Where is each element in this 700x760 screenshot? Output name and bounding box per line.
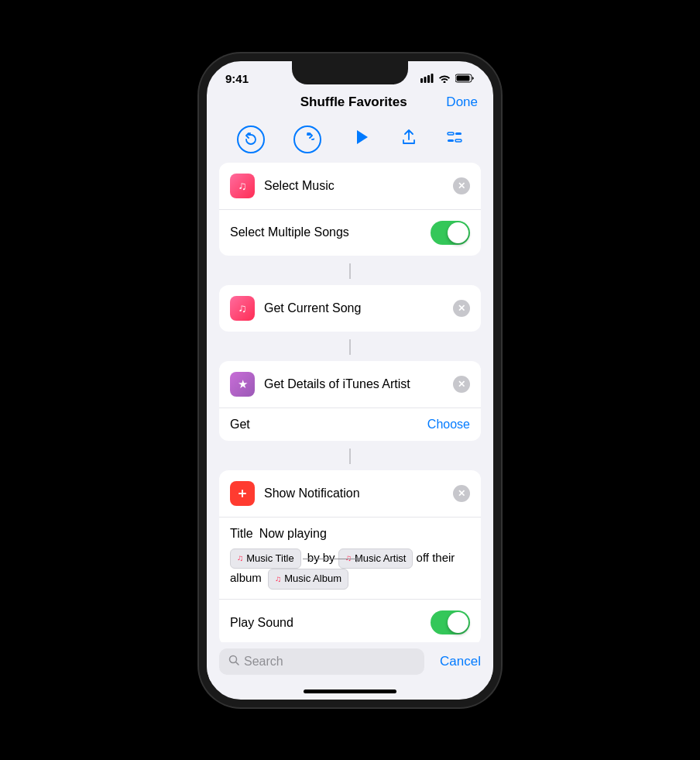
svg-rect-9 (448, 139, 454, 142)
music-album-token-icon: ♫ (275, 573, 281, 586)
nav-bar: Shuffle Favorites Done (207, 88, 493, 119)
music-title-token-label: Music Title (246, 551, 293, 567)
undo-button[interactable] (237, 126, 265, 153)
off-their-text: off their (417, 551, 455, 564)
get-label: Get (230, 418, 427, 432)
status-time: 9:41 (225, 72, 249, 85)
title-label: Title (230, 527, 253, 541)
music-album-token-label: Music Album (284, 571, 341, 587)
music-title-token-icon: ♫ (237, 552, 243, 566)
divider-1 (349, 263, 351, 279)
get-itunes-artist-row: ★ Get Details of iTunes Artist ✕ (219, 361, 481, 408)
toolbar (207, 119, 493, 163)
get-itunes-artist-icon: ★ (230, 372, 255, 397)
get-current-song-card: ♫ Get Current Song ✕ (219, 285, 481, 332)
svg-rect-7 (448, 132, 454, 135)
get-current-song-close[interactable]: ✕ (453, 300, 470, 317)
get-choose-row: Get Choose (219, 408, 481, 441)
select-music-icon: ♫ (230, 174, 255, 198)
content-area: ♫ Select Music ✕ Select Multiple Songs ♫… (207, 163, 493, 677)
get-current-song-row: ♫ Get Current Song ✕ (219, 285, 481, 332)
by-text: by (307, 551, 320, 564)
select-multiple-toggle[interactable] (431, 221, 470, 245)
play-sound-row: Play Sound (219, 599, 481, 645)
select-multiple-label: Select Multiple Songs (230, 225, 431, 239)
music-title-token[interactable]: ♫ Music Title (230, 549, 301, 569)
play-sound-toggle[interactable] (431, 610, 470, 634)
get-itunes-artist-card: ★ Get Details of iTunes Artist ✕ Get Cho… (219, 361, 481, 441)
svg-rect-5 (457, 75, 470, 81)
notification-body: Title Now playing ♫ Music Title byby ♫ (219, 518, 481, 600)
get-current-song-icon: ♫ (230, 296, 255, 321)
svg-rect-8 (455, 132, 462, 135)
divider-2 (349, 339, 351, 355)
select-music-row: ♫ Select Music ✕ (219, 163, 481, 209)
svg-rect-10 (455, 139, 462, 142)
show-notification-close[interactable]: ✕ (453, 485, 470, 502)
play-sound-label: Play Sound (230, 616, 431, 630)
show-notification-label: Show Notification (264, 487, 453, 500)
search-placeholder: Search (244, 655, 415, 669)
tooltip-arrow (303, 559, 361, 559)
title-row: Title Now playing (230, 527, 470, 541)
svg-rect-2 (427, 75, 430, 83)
svg-rect-13 (242, 490, 243, 497)
show-notification-icon (230, 481, 255, 506)
signal-icon (420, 72, 434, 85)
play-sound-toggle-thumb (448, 612, 468, 633)
search-bar[interactable]: Search (219, 648, 424, 675)
select-multiple-row: Select Multiple Songs (219, 209, 481, 256)
toggle-thumb (448, 222, 468, 243)
album-text-label: album (230, 572, 262, 585)
notch (292, 61, 408, 84)
get-itunes-artist-close[interactable]: ✕ (453, 376, 470, 393)
music-album-token[interactable]: ♫ Music Album (268, 569, 348, 590)
select-music-close[interactable]: ✕ (453, 177, 470, 194)
search-bar-container: Search Cancel (207, 642, 493, 681)
done-button[interactable]: Done (446, 95, 478, 110)
search-row: Search Cancel (219, 648, 481, 675)
battery-icon (455, 72, 475, 85)
select-music-label: Select Music (264, 179, 453, 193)
music-artist-token-label: Music Artist (355, 551, 406, 567)
search-cancel-button[interactable]: Cancel (440, 654, 481, 669)
divider-3 (349, 449, 351, 464)
choose-button[interactable]: Choose (427, 418, 470, 432)
svg-rect-0 (420, 78, 423, 83)
svg-marker-6 (357, 130, 368, 144)
message-area: ♫ Music Title byby ♫ Music Artist off th… (230, 549, 470, 590)
search-icon (228, 655, 239, 668)
show-notification-header: Show Notification ✕ (219, 470, 481, 518)
show-notification-card: Show Notification ✕ Title Now playing ♫ … (219, 470, 481, 646)
svg-line-15 (236, 662, 239, 665)
nav-title: Shuffle Favorites (300, 95, 407, 110)
select-music-card: ♫ Select Music ✕ Select Multiple Songs (219, 163, 481, 256)
phone-frame: 9:41 Shuffle Favorites Done (199, 53, 501, 707)
play-button[interactable] (351, 127, 371, 152)
status-icons (420, 72, 475, 85)
get-current-song-label: Get Current Song (264, 301, 453, 315)
settings-button[interactable] (446, 129, 463, 150)
title-value: Now playing (259, 527, 327, 541)
share-button[interactable] (400, 129, 417, 150)
wifi-icon (438, 72, 451, 85)
get-itunes-artist-label: Get Details of iTunes Artist (264, 377, 453, 391)
svg-rect-3 (431, 74, 434, 83)
redo-button[interactable] (293, 126, 321, 153)
svg-rect-1 (424, 77, 427, 83)
home-indicator (304, 690, 396, 693)
